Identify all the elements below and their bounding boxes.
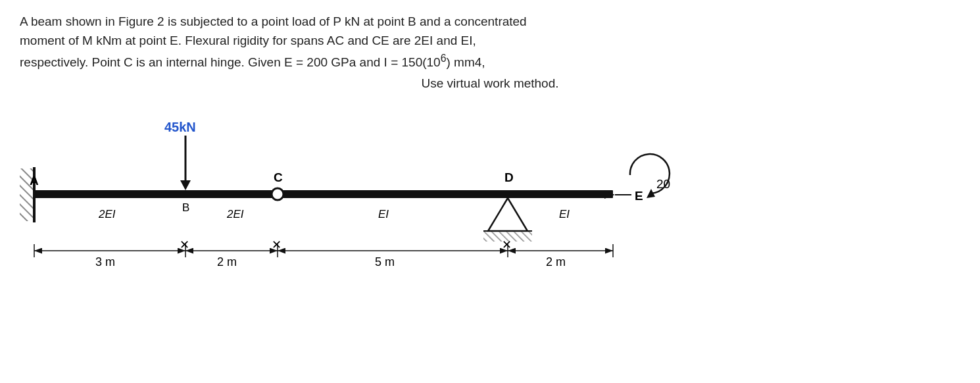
problem-text: A beam shown in Figure 2 is subjected to… <box>20 12 960 72</box>
support-d-triangle <box>488 198 527 231</box>
load-arrowhead <box>180 180 191 190</box>
span-label-cd: EI <box>378 208 389 220</box>
label-b: B <box>182 201 189 214</box>
dim-label-de: 2 m <box>546 255 566 268</box>
dim-label-ab: 3 m <box>95 255 115 268</box>
dim-label-bc: 2 m <box>217 255 237 268</box>
content-wrapper: A beam shown in Figure 2 is subjected to… <box>0 0 980 294</box>
dim-label-cd: 5 m <box>375 255 395 268</box>
dim-x-c: ✕ <box>272 238 282 251</box>
label-e: E <box>635 189 643 203</box>
label-a: A <box>30 174 39 188</box>
dim-x-b: ✕ <box>180 238 189 251</box>
span-label-bc: 2EI <box>226 208 244 220</box>
text-line2: moment of M kNm at point E. Flexural rig… <box>20 34 476 47</box>
moment-label: 20 <box>656 177 670 191</box>
virtual-work-label: Use virtual work method. <box>20 76 960 91</box>
span-label-ab: 2EI <box>98 208 116 220</box>
dim-x-d: ✕ <box>502 238 512 251</box>
beam-rect <box>34 190 613 198</box>
label-c: C <box>274 170 283 184</box>
hinge-c <box>272 188 283 200</box>
label-d: D <box>504 170 514 184</box>
beam-diagram: A B C D E 45kN 20 2EI 2EI <box>20 103 960 287</box>
load-label: 45kN <box>164 120 196 134</box>
text-line3: respectively. Point C is an internal hin… <box>20 55 485 69</box>
text-line1: A beam shown in Figure 2 is subjected to… <box>20 14 527 28</box>
span-label-de: EI <box>559 208 570 220</box>
